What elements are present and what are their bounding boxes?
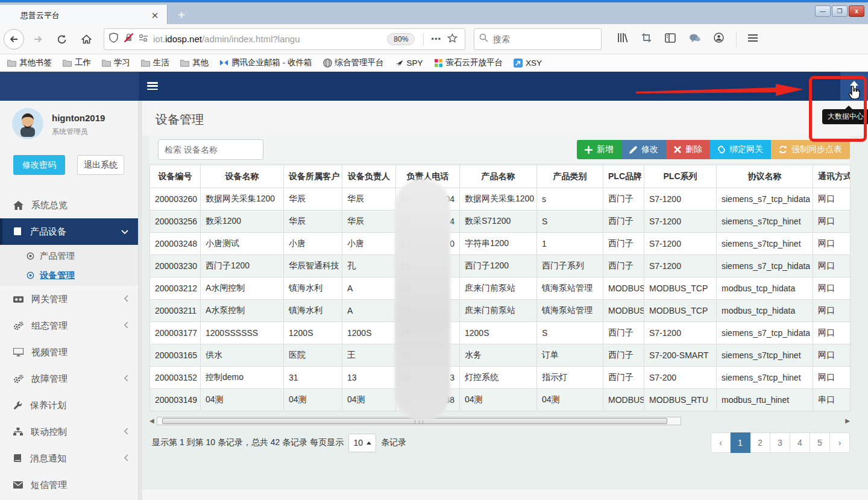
prev-page-button[interactable]: ‹ [711,432,731,453]
forward-button[interactable] [28,29,48,49]
chevron-left-icon [124,294,128,305]
bookmark-item[interactable]: 生活 [141,57,169,68]
page-button-1[interactable]: 1 [731,432,750,453]
sidebar-menu: 系统总览产品设备产品管理设备管理网关管理组态管理视频管理故障管理保养计划联动控制… [0,192,138,500]
table-row[interactable]: 200003230西门子1200华辰智通科技孔15西门子1200西门子系列西门子… [150,255,851,277]
column-header-PLC系列[interactable]: PLC系列 [644,165,717,188]
reload-button[interactable] [52,29,72,49]
sidebar-item-网关管理[interactable]: 网关管理 [0,286,138,312]
删除-button[interactable]: 删除 [666,140,710,159]
page-title: 设备管理 [156,112,204,128]
next-page-button[interactable]: › [830,432,850,453]
绑定网关-button[interactable]: 绑定网关 [710,140,771,159]
sidebar-item-系统总览[interactable]: 系统总览 [0,192,138,218]
scroll-left-icon[interactable]: ◀ [149,417,154,424]
table-cell: siemens_s7tcp_hinet [717,210,813,233]
zoom-level-badge[interactable]: 80% [387,33,415,45]
sidebar-collapse-icon[interactable] [147,82,158,90]
sidebar-subitem-产品管理[interactable]: 产品管理 [0,246,138,265]
permissions-icon[interactable] [139,34,148,45]
强制同步点表-button[interactable]: 强制同步点表 [771,140,850,159]
horizontal-scrollbar[interactable]: ◀ ▶ [149,417,850,426]
修改-button[interactable]: 修改 [621,140,666,159]
bookmark-item[interactable]: 综合管理平台 [323,57,384,68]
bookmark-item[interactable]: 其他 [180,57,209,68]
sidebar-item-故障管理[interactable]: 故障管理 [0,366,138,392]
page-actions-icon[interactable]: ••• [431,34,441,43]
新增-button[interactable]: 新增 [577,140,621,159]
bookmark-item[interactable]: 工作 [63,57,91,68]
screenshot-crop-icon[interactable] [641,33,652,45]
page-button-5[interactable]: 5 [810,432,830,453]
new-tab-button[interactable]: + [172,7,190,24]
table-row[interactable]: 200003248小唐测试小唐小唐130字符串12001西门子S7-1200si… [150,233,851,255]
bookmark-item[interactable]: 腾讯企业邮箱 - 收件箱 [219,57,312,68]
library-icon[interactable] [617,33,628,45]
browser-search-input[interactable] [493,34,590,44]
table-row[interactable]: 2000031771200SSSSSS1200S1200S151200SS西门子… [150,322,851,344]
sidebar-subitem-设备管理[interactable]: 设备管理 [0,265,138,285]
table-cell: 西门子 [603,210,644,233]
table-cell: 1 [537,233,603,255]
sidebar-item-组态管理[interactable]: 组态管理 [0,312,138,339]
url-bar[interactable]: iot.idosp.net/admin/index.html?langu 80%… [104,28,465,50]
sidebar-item-保养计划[interactable]: 保养计划 [0,392,138,419]
browser-tab[interactable]: 思普云平台 ✕ [0,5,168,27]
sidebar-item-产品设备[interactable]: 产品设备 [0,218,138,245]
menu-hamburger-icon[interactable] [747,34,758,45]
bookmark-star-icon[interactable] [447,33,458,45]
table-row[interactable]: 200003256数采1200华辰华辰184数采S71200S西门子S7-120… [150,210,851,233]
wechat-chat-icon[interactable] [689,33,700,45]
tab-close-icon[interactable]: ✕ [149,10,161,21]
logout-button[interactable]: 退出系统 [77,155,124,175]
column-header-协议名称[interactable]: 协议名称 [717,165,813,188]
table-row[interactable]: 200003152控制demo3113153灯控系统指示灯西门子S7-200si… [150,367,851,389]
column-header-设备名称[interactable]: 设备名称 [201,165,284,188]
chevron-left-icon [124,453,128,464]
table-cell: 网口 [813,233,851,255]
action-buttons: 新增修改删除绑定网关强制同步点表 [577,140,850,159]
bookmark-item[interactable]: 学习 [102,57,130,68]
bookmark-item[interactable]: XSY [514,59,542,68]
bookmark-item[interactable]: SPY [395,59,423,68]
page-button-3[interactable]: 3 [770,432,790,453]
sidebar-item-视频管理[interactable]: 视频管理 [0,339,138,366]
table-row[interactable]: 200003165供水医院王18水务订单西门子S7-200-SMARTsieme… [150,344,851,367]
sidebar-item-消息通知[interactable]: 消息通知 [0,445,138,472]
insecure-lock-icon[interactable] [124,33,134,45]
table-cell: MODBUS_RTU [644,389,717,411]
sidebar-item-短信管理[interactable]: 短信管理 [0,472,138,498]
account-icon[interactable] [714,33,724,45]
scroll-right-icon[interactable]: ▶ [845,417,850,424]
home-button[interactable] [76,29,96,49]
table-cell: 网口 [813,344,851,367]
bookmark-item[interactable]: 萤石云开放平台 [434,57,503,68]
column-header-设备编号[interactable]: 设备编号 [150,165,201,188]
tracking-shield-icon[interactable] [109,33,118,45]
column-header-设备负责人[interactable]: 设备负责人 [342,165,396,188]
page-button-2[interactable]: 2 [750,432,770,453]
column-header-产品类别[interactable]: 产品类别 [537,165,603,188]
minimize-button[interactable]: — [815,5,831,17]
back-button[interactable] [4,29,24,49]
bookmark-item[interactable]: 其他书签 [7,57,52,68]
table-row[interactable]: 200003260数据网关采集1200华辰华辰1804数据网关采集1200s西门… [150,188,851,210]
table-row[interactable]: 200003211A水泵控制镇海水利A13庶来门前泵站镇海泵站管理MODBUSM… [150,300,851,322]
column-header-通讯方式[interactable]: 通讯方式 [813,165,851,188]
column-header-产品名称[interactable]: 产品名称 [460,165,537,188]
device-search-input[interactable] [158,139,263,160]
close-button[interactable]: x [849,5,864,17]
column-header-PLC品牌[interactable]: PLC品牌 [603,165,644,188]
sidebar-item-联动控制[interactable]: 联动控制 [0,419,138,445]
table-row[interactable]: 200003212A水闸控制镇海水利A13庶来门前泵站镇海泵站管理MODBUSM… [150,277,851,300]
change-password-button[interactable]: 修改密码 [13,155,65,175]
table-row[interactable]: 20000314904测04测04测153804测04测MODBUSMODBUS… [150,389,851,411]
browser-search-bar[interactable] [474,28,602,50]
column-header-设备所属客户[interactable]: 设备所属客户 [284,165,342,188]
page-size-select[interactable]: 10 [348,434,376,452]
restore-button[interactable]: ❐ [832,5,848,17]
sidebar-toggle-icon[interactable] [665,33,676,45]
user-role: 系统管理员 [52,127,105,137]
table-cell: A [342,277,396,300]
page-button-4[interactable]: 4 [790,432,810,453]
